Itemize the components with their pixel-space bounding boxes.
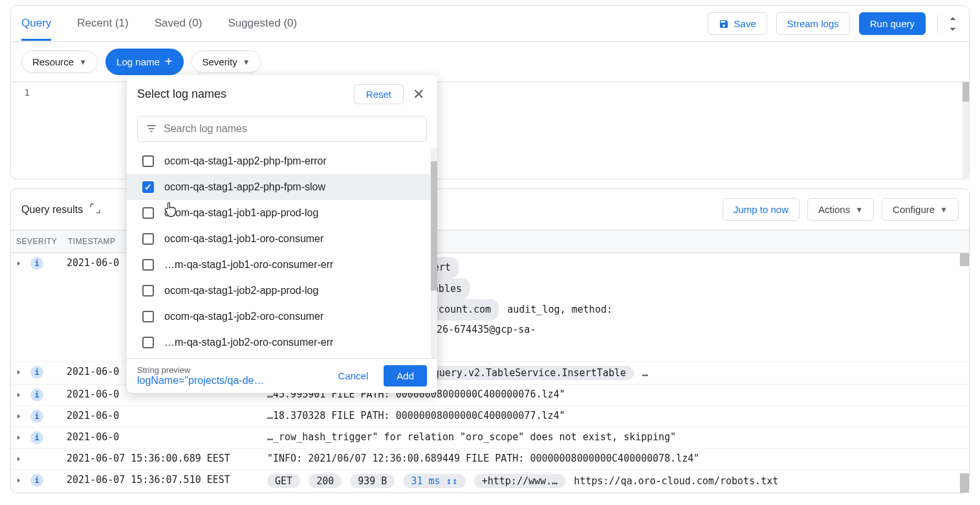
add-button[interactable]: Add <box>384 365 427 387</box>
results-scrollbar[interactable] <box>960 253 969 493</box>
severity-badge: i <box>30 474 43 487</box>
close-icon[interactable]: ✕ <box>410 86 427 103</box>
severity-badge: i <box>30 388 43 401</box>
timestamp: 2021-06-0 <box>67 410 267 421</box>
severity-badge: i <box>30 410 43 423</box>
option-label: ocom-qa-stag1-app2-php-fpm-error <box>164 155 327 167</box>
expand-arrow-icon[interactable] <box>15 388 30 401</box>
log-name-option[interactable]: …m-qa-stag1-job2-oro-consumer-err <box>127 330 437 355</box>
editor-gutter: 1 <box>11 82 37 179</box>
severity-badge: i <box>30 366 43 379</box>
plus-icon: + <box>165 54 173 69</box>
cancel-button[interactable]: Cancel <box>332 365 375 387</box>
severity-chip[interactable]: Severity ▼ <box>191 50 261 73</box>
expand-arrow-icon[interactable] <box>15 410 30 423</box>
option-label: ocom-qa-stag1-job1-app-prod-log <box>164 207 318 219</box>
option-label: ocom-qa-stag1-app2-php-fpm-slow <box>164 181 325 193</box>
results-title: Query results <box>21 204 83 216</box>
timestamp: 2021-06-0 <box>67 431 267 443</box>
log-name-option[interactable]: …m-qa-stag1-job1-oro-consumer-err <box>127 252 437 278</box>
chevron-down-icon: ▼ <box>79 58 87 67</box>
run-query-button[interactable]: Run query <box>859 12 926 35</box>
option-label: ocom-qa-stag1-job2-app-prod-log <box>164 285 318 297</box>
log-name-option[interactable]: ocom-qa-stag1-app2-php-fpm-error <box>127 148 437 174</box>
checkbox[interactable] <box>142 155 154 167</box>
tab-query[interactable]: Query <box>21 8 51 41</box>
reset-button[interactable]: Reset <box>354 84 404 104</box>
stream-logs-button[interactable]: Stream logs <box>776 12 850 35</box>
tab-saved[interactable]: Saved (0) <box>155 8 202 39</box>
log-name-option[interactable]: ocom-qa-stag1-job2-oro-consumer <box>127 304 437 330</box>
checkbox[interactable] <box>142 233 154 245</box>
checkbox[interactable] <box>142 181 154 193</box>
log-row[interactable]: i2021-06-0…_row_hash_trigger" for relati… <box>11 427 969 449</box>
option-label: …m-qa-stag1-job1-oro-consumer-err <box>164 259 333 271</box>
save-button[interactable]: Save <box>708 12 767 35</box>
summary: …_row_hash_trigger" for relation "oro_sc… <box>267 431 956 443</box>
checkbox[interactable] <box>142 207 154 219</box>
log-row[interactable]: i2021-06-0…18.370328 FILE PATH: 00000008… <box>11 406 969 427</box>
log-name-option[interactable]: ocom-qa-stag1-app2-php-fpm-slow <box>127 174 437 200</box>
preview-string: logName="projects/qa-de… <box>137 375 323 387</box>
severity-badge: i <box>30 431 43 444</box>
search-input[interactable] <box>164 123 419 135</box>
summary: …18.370328 FILE PATH: 00000008000000C400… <box>267 410 956 421</box>
log-name-dropdown: Select log names Reset ✕ ocom-qa-stag1-a… <box>127 75 437 393</box>
save-icon <box>719 19 729 29</box>
expand-arrow-icon[interactable] <box>15 431 30 444</box>
log-name-option[interactable]: ocom-qa-stag1-job1-oro-consumer <box>127 226 437 252</box>
log-name-option[interactable]: ocom-qa-stag1-job2-app-prod-log <box>127 278 437 304</box>
col-severity: SEVERITY <box>11 230 63 252</box>
log-name-option-list[interactable]: ocom-qa-stag1-app2-php-fpm-errorocom-qa-… <box>127 148 437 358</box>
timestamp: 2021-06-07 15:36:07.510 EEST <box>67 474 267 486</box>
option-label: ocom-qa-stag1-job1-oro-consumer <box>164 233 323 245</box>
search-box[interactable] <box>137 116 427 142</box>
tab-bar: Query Recent (1) Saved (0) Suggested (0)… <box>11 6 969 42</box>
log-name-chip[interactable]: Log name + <box>105 49 183 75</box>
resource-chip[interactable]: Resource ▼ <box>21 50 98 73</box>
preview-label: String preview <box>137 365 323 375</box>
dropdown-title: Select log names <box>137 87 347 101</box>
log-row[interactable]: 2021-06-07 15:36:00.689 EEST"INFO: 2021/… <box>11 449 969 470</box>
expand-arrow-icon[interactable] <box>15 257 30 270</box>
chevron-down-icon: ▼ <box>940 205 948 214</box>
timestamp: 2021-06-07 15:36:00.689 EEST <box>67 453 267 464</box>
log-name-option[interactable]: ocom-qa-stag1-job1-app-prod-log <box>127 200 437 226</box>
summary: "INFO: 2021/06/07 12:36:00.689449 FILE P… <box>267 453 956 464</box>
option-label: …m-qa-stag1-job2-oro-consumer-err <box>164 337 333 348</box>
filter-icon <box>146 124 157 135</box>
actions-button[interactable]: Actions ▼ <box>807 198 874 221</box>
expand-arrow-icon[interactable] <box>15 474 30 487</box>
severity-badge: i <box>30 257 43 270</box>
editor-scrollbar[interactable] <box>963 82 969 179</box>
checkbox[interactable] <box>142 311 154 322</box>
configure-button[interactable]: Configure ▼ <box>882 198 959 221</box>
dropdown-footer: String preview logName="projects/qa-de… … <box>127 358 437 393</box>
expand-arrow-icon[interactable] <box>15 366 30 379</box>
option-label: ocom-qa-stag1-job2-oro-consumer <box>164 311 323 322</box>
severity-badge <box>30 453 43 466</box>
chevron-down-icon: ▼ <box>855 205 863 214</box>
chevron-down-icon: ▼ <box>243 58 250 67</box>
tab-recent[interactable]: Recent (1) <box>77 8 128 39</box>
tab-suggested[interactable]: Suggested (0) <box>228 8 297 39</box>
option-scrollbar[interactable] <box>431 148 437 358</box>
log-row[interactable]: i2021-06-07 15:36:07.510 EESTGET 200 939… <box>11 470 969 493</box>
jump-to-now-button[interactable]: Jump to now <box>723 198 800 221</box>
expand-arrow-icon[interactable] <box>15 453 30 466</box>
collapse-expand-toggle[interactable] <box>937 12 959 36</box>
summary: GET 200 939 B 31 ms ↕↕ +http://www.… htt… <box>267 474 956 488</box>
fullscreen-icon[interactable] <box>89 203 101 216</box>
checkbox[interactable] <box>142 259 154 271</box>
checkbox[interactable] <box>142 337 154 348</box>
checkbox[interactable] <box>142 285 154 297</box>
